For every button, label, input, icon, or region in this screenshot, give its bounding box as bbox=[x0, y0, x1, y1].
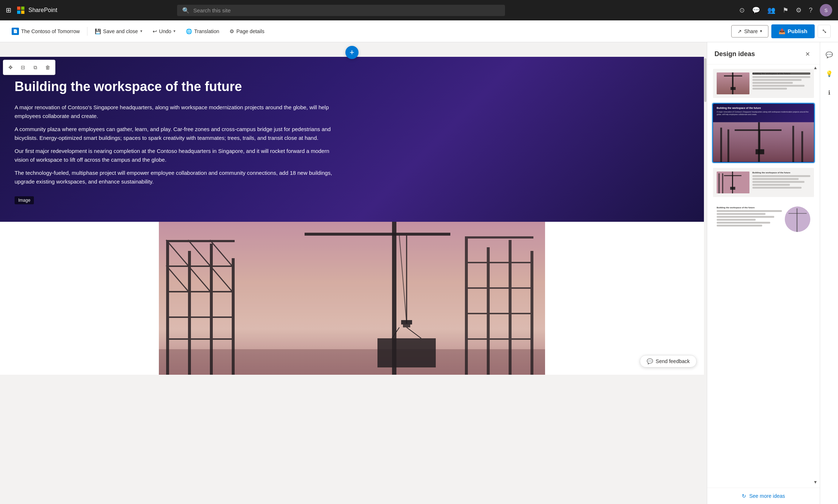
search-input[interactable] bbox=[193, 7, 500, 13]
page-breadcrumb[interactable]: 📄 The Contoso of Tomorrow bbox=[7, 25, 84, 38]
plus-icon: + bbox=[350, 48, 355, 57]
refresh-icon: ↻ bbox=[742, 493, 746, 499]
help-circles-icon[interactable]: ⊙ bbox=[739, 6, 745, 14]
right-side-actions: 💬 💡 ℹ bbox=[820, 42, 838, 504]
share-dropdown-icon: ▾ bbox=[760, 29, 762, 34]
card-3-line-3 bbox=[752, 181, 804, 183]
settings-icon[interactable]: ⚙ bbox=[796, 6, 802, 14]
add-section-button[interactable]: + bbox=[345, 46, 359, 59]
flag-icon[interactable]: ⚑ bbox=[783, 6, 788, 14]
search-bar[interactable]: 🔍 bbox=[177, 5, 505, 16]
panel-scroll-down[interactable]: ▼ bbox=[812, 479, 819, 486]
translation-icon: 🌐 bbox=[186, 28, 192, 34]
design-card-3[interactable]: Building the workspace of the future bbox=[712, 167, 815, 198]
people-icon[interactable]: 👥 bbox=[767, 6, 775, 14]
vertical-scrollbar[interactable] bbox=[704, 42, 707, 504]
card-4-line-1 bbox=[717, 210, 782, 212]
card-1-row: Building the workspace of the future bbox=[717, 72, 810, 94]
divider-1 bbox=[87, 27, 87, 36]
card-4-circle-image bbox=[785, 206, 810, 232]
panel-title: Design ideas bbox=[714, 50, 755, 58]
card-4-line-2 bbox=[717, 213, 765, 215]
card-2-thumbnail: Building the workspace of the future A m… bbox=[713, 104, 814, 162]
comments-action-button[interactable]: 💬 bbox=[823, 48, 836, 61]
save-close-button[interactable]: 💾 Save and close ▾ bbox=[90, 25, 147, 37]
main-layout: + ✥ ⊟ ⧉ 🗑 Building the work bbox=[0, 42, 838, 504]
card-1-body-line-3 bbox=[752, 82, 793, 84]
translation-button[interactable]: 🌐 Translation bbox=[181, 25, 224, 37]
card-2-text: Building the workspace of the future A m… bbox=[717, 107, 810, 116]
design-card-2[interactable]: Building the workspace of the future A m… bbox=[712, 103, 815, 163]
editor-toolbar: 📄 The Contoso of Tomorrow 💾 Save and clo… bbox=[0, 20, 838, 42]
waffle-icon[interactable]: ⊞ bbox=[6, 6, 11, 14]
svg-rect-58 bbox=[796, 208, 798, 232]
panel-scroll-up[interactable]: ▲ bbox=[812, 64, 819, 71]
publish-button[interactable]: 📤 Publish bbox=[771, 24, 815, 38]
share-button[interactable]: ↗ Share ▾ bbox=[731, 25, 768, 38]
delete-button[interactable]: 🗑 bbox=[42, 62, 54, 73]
hero-section: Building the workspace of the future A m… bbox=[0, 57, 704, 222]
info-icon: ℹ bbox=[828, 89, 830, 96]
page-details-icon: ⚙ bbox=[230, 28, 234, 34]
help-icon[interactable]: ? bbox=[809, 7, 812, 14]
card-2-inner: Building the workspace of the future A m… bbox=[713, 104, 814, 162]
undo-icon: ↩ bbox=[153, 28, 157, 34]
content-block: ✥ ⊟ ⧉ 🗑 Building the workspace of the fu… bbox=[0, 57, 704, 375]
construction-image: 💬 Send feedback bbox=[0, 222, 704, 375]
card-1-text: Building the workspace of the future bbox=[752, 72, 810, 91]
search-icon: 🔍 bbox=[182, 7, 189, 14]
collapse-button[interactable]: ⤡ bbox=[818, 25, 831, 38]
hero-title: Building the workspace of the future bbox=[15, 79, 689, 94]
svg-rect-54 bbox=[730, 187, 735, 190]
card-4-line-4 bbox=[717, 219, 756, 221]
svg-rect-45 bbox=[756, 149, 764, 154]
svg-rect-35 bbox=[159, 222, 545, 375]
card-4-line-5 bbox=[717, 222, 770, 224]
card-3-line-1 bbox=[752, 175, 810, 177]
duplicate-button[interactable]: ⧉ bbox=[30, 62, 41, 73]
design-ideas-action-button[interactable]: 💡 bbox=[823, 67, 836, 80]
chat-icon[interactable]: 💬 bbox=[752, 6, 760, 14]
card-1-inner: Building the workspace of the future bbox=[713, 69, 814, 98]
image-label: Image bbox=[15, 196, 34, 204]
undo-button[interactable]: ↩ Undo ▾ bbox=[148, 25, 180, 37]
hero-para-4: The technology-fueled, multiphase projec… bbox=[15, 169, 342, 186]
hero-para-2: A community plaza where employees can ga… bbox=[15, 125, 342, 142]
page-details-button[interactable]: ⚙ Page details bbox=[225, 25, 269, 37]
card-2-body: A major renovation of Contoso's Singapor… bbox=[717, 111, 810, 116]
microsoft-logo: SharePoint bbox=[17, 7, 57, 14]
card-3-line-5 bbox=[752, 187, 802, 189]
undo-dropdown-icon[interactable]: ▾ bbox=[173, 29, 176, 34]
scroll-thumb[interactable] bbox=[704, 58, 706, 102]
card-1-body-line-1 bbox=[752, 76, 810, 78]
card-3-text: Building the workspace of the future bbox=[752, 172, 810, 190]
see-more-ideas-button[interactable]: ↻ See more ideas bbox=[707, 488, 820, 504]
card-4-line-3 bbox=[717, 216, 774, 218]
card-1-title: Building the workspace of the future bbox=[752, 72, 810, 75]
feedback-label: Send feedback bbox=[656, 358, 690, 364]
trash-icon: 🗑 bbox=[45, 64, 50, 70]
collapse-icon: ⤡ bbox=[822, 28, 827, 35]
hero-para-3: Our first major redevelopment is nearing… bbox=[15, 147, 342, 164]
close-panel-button[interactable]: ✕ bbox=[802, 49, 812, 59]
save-icon: 💾 bbox=[95, 28, 101, 34]
move-button[interactable]: ✥ bbox=[5, 62, 16, 73]
design-ideas-panel: Design ideas ✕ ▲ bbox=[707, 42, 820, 504]
send-feedback-button[interactable]: 💬 Send feedback bbox=[640, 355, 697, 367]
design-card-4[interactable]: Building the workspace of the future bbox=[712, 202, 815, 236]
info-action-button[interactable]: ℹ bbox=[823, 86, 836, 99]
save-dropdown-icon[interactable]: ▾ bbox=[140, 29, 142, 34]
toolbar-right: ↗ Share ▾ 📤 Publish ⤡ bbox=[731, 24, 831, 38]
card-3-line-4 bbox=[752, 184, 790, 186]
card-3-thumbnail bbox=[717, 172, 749, 193]
card-1-thumbnail bbox=[717, 72, 749, 94]
toolbar-left: 📄 The Contoso of Tomorrow 💾 Save and clo… bbox=[7, 25, 731, 38]
design-card-1[interactable]: Building the workspace of the future bbox=[712, 68, 815, 99]
card-3-line-2 bbox=[752, 178, 799, 180]
duplicate-icon: ⧉ bbox=[34, 64, 37, 71]
section-settings-button[interactable]: ⊟ bbox=[17, 62, 29, 73]
svg-rect-38 bbox=[724, 75, 742, 76]
panel-header: Design ideas ✕ bbox=[707, 42, 820, 64]
avatar[interactable]: S bbox=[820, 4, 832, 16]
card-3-row: Building the workspace of the future bbox=[717, 172, 810, 193]
